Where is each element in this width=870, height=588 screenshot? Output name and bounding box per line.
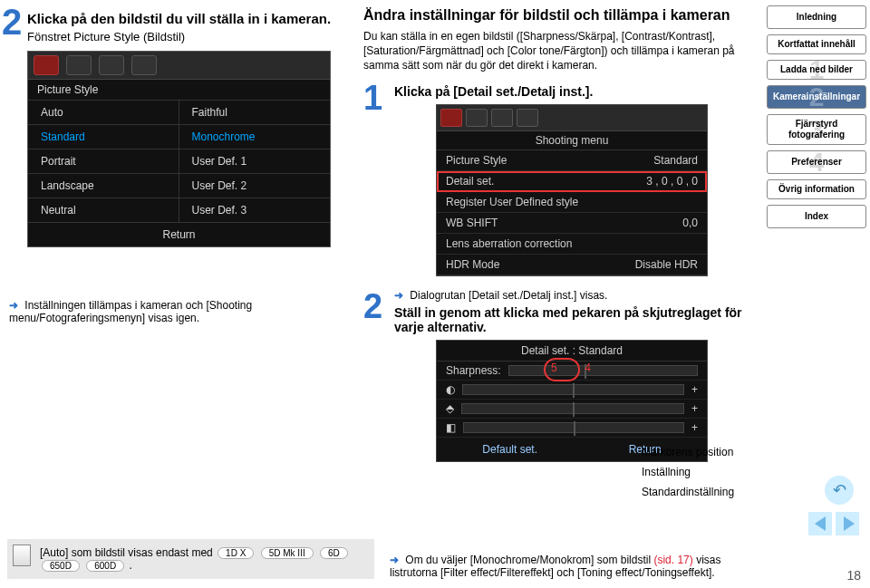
left-subtitle: Fönstret Picture Style (Bildstil) bbox=[27, 30, 346, 43]
note-monochrome: ➜ Om du väljer [Monochrome/Monokrom] som… bbox=[390, 554, 752, 579]
picture-style-window: Picture Style Auto Faithful Standard Mon… bbox=[27, 51, 331, 247]
arrow-icon: ➜ bbox=[390, 554, 399, 566]
model-chip: 600D bbox=[86, 560, 124, 572]
shoot-row-hdr[interactable]: HDR ModeDisable HDR bbox=[437, 255, 707, 275]
step-1-number: 1 bbox=[363, 81, 387, 282]
shooting-menu-title: Shooting menu bbox=[437, 131, 707, 150]
shoot-tab-1[interactable] bbox=[440, 109, 462, 127]
left-setting-note: ➜ Inställningen tillämpas i kameran och … bbox=[9, 299, 335, 324]
note-icon bbox=[13, 545, 31, 566]
detail-set-window: Detail set. : Standard Sharpness: 5 4 ◐ … bbox=[436, 340, 708, 462]
tab-icon-4[interactable] bbox=[131, 55, 157, 75]
shoot-row-wb-shift[interactable]: WB SHIFT0,0 bbox=[437, 213, 707, 234]
sidebar-prefs[interactable]: 4Preferenser bbox=[767, 150, 866, 174]
contrast-icon: ◐ bbox=[446, 383, 455, 396]
sidebar-other[interactable]: Övrig information bbox=[767, 179, 866, 199]
model-chip: 650D bbox=[42, 560, 80, 572]
plus-icon: + bbox=[691, 421, 698, 434]
ps-option-ud2[interactable]: User Def. 2 bbox=[179, 174, 331, 198]
saturation-icon: ⬘ bbox=[446, 402, 454, 415]
detail-set-title: Detail set. : Standard bbox=[437, 341, 707, 361]
ps-option-faithful[interactable]: Faithful bbox=[179, 101, 331, 125]
shoot-row-picture-style[interactable]: Picture StyleStandard bbox=[437, 150, 707, 171]
plus-icon: + bbox=[691, 402, 698, 415]
shoot-tab-3[interactable] bbox=[491, 109, 513, 127]
detail-callouts: Markörens position Inställning Standardi… bbox=[642, 446, 759, 506]
prev-page-icon[interactable] bbox=[808, 512, 832, 535]
callout-marker-pos: Markörens position bbox=[642, 446, 759, 458]
ps-option-ud3[interactable]: User Def. 3 bbox=[179, 198, 331, 223]
left-title: Klicka på den bildstil du vill ställa in… bbox=[27, 11, 346, 26]
shoot-row-lens-ab[interactable]: Lens aberration correction bbox=[437, 234, 707, 255]
next-page-icon[interactable] bbox=[836, 512, 859, 535]
shoot-row-register-uds[interactable]: Register User Defined style bbox=[437, 192, 707, 213]
model-chip: 6D bbox=[320, 547, 348, 559]
note-auto-models: [Auto] som bildstil visas endast med 1D … bbox=[7, 539, 374, 579]
detail-colortone-row[interactable]: ◧ + bbox=[437, 419, 707, 438]
camera-tab-icon[interactable] bbox=[34, 55, 59, 75]
ps-option-monochrome[interactable]: Monochrome bbox=[179, 125, 331, 149]
page-number: 18 bbox=[846, 568, 861, 583]
sidebar-index[interactable]: Index bbox=[767, 205, 866, 228]
step-1: 1 Klicka på [Detail set./Detalj inst.]. … bbox=[363, 81, 749, 282]
step-2-text: Ställ in genom att klicka med pekaren på… bbox=[394, 305, 749, 334]
arrow-icon: ➜ bbox=[9, 299, 18, 312]
model-chip: 5D Mk III bbox=[261, 547, 314, 559]
right-body: Du kan ställa in en egen bildstil ([Shar… bbox=[363, 29, 749, 73]
tab-icon-3[interactable] bbox=[99, 55, 124, 75]
step-number-left: 2 bbox=[2, 4, 22, 40]
ps-option-landscape[interactable]: Landscape bbox=[28, 174, 179, 198]
detail-default-button[interactable]: Default set. bbox=[482, 443, 537, 456]
page-ref[interactable]: (sid. 17) bbox=[653, 554, 692, 566]
ps-option-neutral[interactable]: Neutral bbox=[28, 198, 179, 223]
ps-option-portrait[interactable]: Portrait bbox=[28, 149, 179, 174]
shoot-tab-4[interactable] bbox=[517, 109, 538, 127]
step-2: 2 ➜ Dialogrutan [Detail set./Detalj inst… bbox=[363, 289, 749, 464]
shooting-menu-window: Shooting menu Picture StyleStandard Deta… bbox=[436, 104, 708, 276]
sidebar-download[interactable]: 1Ladda ned bilder bbox=[767, 60, 866, 80]
step-1-text: Klicka på [Detail set./Detalj inst.]. bbox=[394, 84, 749, 99]
tab-icon-2[interactable] bbox=[66, 55, 92, 75]
ps-option-auto[interactable]: Auto bbox=[28, 101, 179, 125]
arrow-icon: ➜ bbox=[394, 289, 403, 302]
callout-setting: Inställning bbox=[642, 466, 759, 478]
ps-option-ud1[interactable]: User Def. 1 bbox=[179, 149, 331, 174]
callout-standard: Standardinställning bbox=[642, 486, 759, 498]
right-heading: Ändra inställningar för bildstil och til… bbox=[363, 7, 749, 24]
return-to-top-icon[interactable]: ↶ bbox=[825, 476, 854, 505]
shoot-row-detail-set[interactable]: Detail set.3 , 0 , 0 , 0 bbox=[437, 171, 707, 192]
step-2-number: 2 bbox=[363, 289, 387, 464]
ps-tabs bbox=[28, 52, 330, 80]
ps-option-standard[interactable]: Standard bbox=[28, 125, 179, 149]
detail-sharpness-row[interactable]: Sharpness: 5 4 bbox=[437, 361, 707, 381]
sidebar-summary[interactable]: Kortfattat innehåll bbox=[767, 34, 866, 54]
page-nav bbox=[808, 512, 859, 535]
sidebar-intro[interactable]: Inledning bbox=[767, 5, 866, 29]
sidebar-camera-settings[interactable]: 2Kamerainställningar bbox=[767, 85, 866, 109]
ps-return-button[interactable]: Return bbox=[28, 223, 330, 246]
color-tone-icon: ◧ bbox=[446, 421, 456, 434]
detail-saturation-row[interactable]: ⬘ + bbox=[437, 400, 707, 419]
model-chip: 1D X bbox=[218, 547, 254, 559]
plus-icon: + bbox=[691, 383, 698, 396]
picture-style-header: Picture Style bbox=[28, 80, 330, 101]
step-2-arrow-note: ➜ Dialogrutan [Detail set./Detalj inst.]… bbox=[394, 289, 749, 302]
sidebar-remote[interactable]: 3Fjärrstyrd fotografering bbox=[767, 114, 866, 145]
sidebar-nav: Inledning Kortfattat innehåll 1Ladda ned… bbox=[767, 5, 866, 228]
shoot-tab-2[interactable] bbox=[466, 109, 488, 127]
detail-contrast-row[interactable]: ◐ + bbox=[437, 381, 707, 400]
